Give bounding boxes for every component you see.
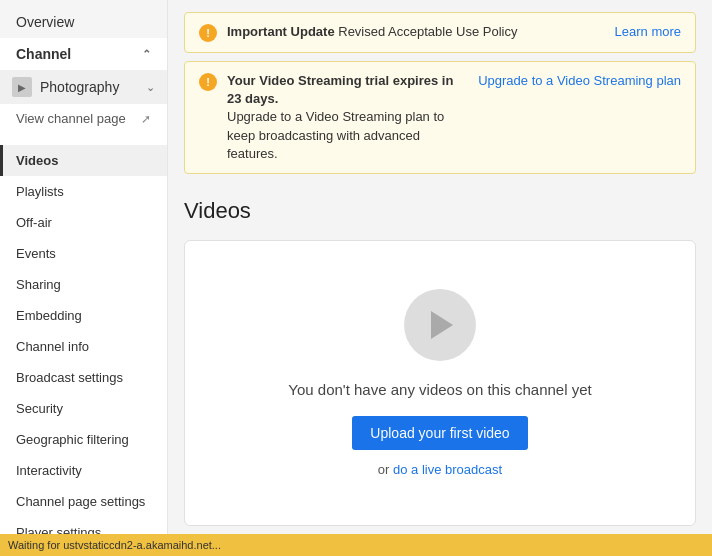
sidebar-item-playlists[interactable]: Playlists — [0, 176, 167, 207]
channel-name: Photography — [40, 79, 119, 95]
banner-1-content: Important Update Revised Acceptable Use … — [227, 23, 593, 41]
video-placeholder-icon — [404, 289, 476, 361]
sidebar-item-player-settings[interactable]: Player settings — [0, 517, 167, 534]
sidebar-item-events[interactable]: Events — [0, 238, 167, 269]
status-text: Waiting for ustvstaticcdn2-a.akamaihd.ne… — [8, 539, 221, 551]
warning-icon-2: ! — [199, 73, 217, 91]
chevron-up-icon: ⌃ — [142, 48, 151, 61]
sidebar-item-broadcast-settings[interactable]: Broadcast settings — [0, 362, 167, 393]
learn-more-link[interactable]: Learn more — [615, 24, 681, 39]
sidebar: Overview Channel ⌃ ▶ Photography ⌄ View … — [0, 0, 168, 534]
external-link-icon: ➚ — [141, 112, 151, 126]
play-icon — [431, 311, 453, 339]
banner-2-bold: Your Video Streaming trial expires in 23… — [227, 73, 453, 106]
videos-section: Videos You don't have any videos on this… — [168, 182, 712, 534]
warning-icon-1: ! — [199, 24, 217, 42]
sidebar-item-sharing[interactable]: Sharing — [0, 269, 167, 300]
live-broadcast-link[interactable]: do a live broadcast — [393, 462, 502, 477]
view-channel-link[interactable]: View channel page ➚ — [0, 104, 167, 133]
sidebar-item-overview[interactable]: Overview — [0, 0, 167, 38]
sidebar-channel-section: Channel ⌃ — [0, 38, 167, 70]
sidebar-item-channel-info[interactable]: Channel info — [0, 331, 167, 362]
sidebar-item-videos[interactable]: Videos — [0, 145, 167, 176]
main-content: ! Important Update Revised Acceptable Us… — [168, 0, 712, 534]
banners-container: ! Important Update Revised Acceptable Us… — [168, 0, 712, 182]
important-update-banner: ! Important Update Revised Acceptable Us… — [184, 12, 696, 53]
sidebar-channel-label: Channel — [16, 46, 71, 62]
upgrade-link[interactable]: Upgrade to a Video Streaming plan — [478, 73, 681, 88]
banner-1-bold: Important Update — [227, 24, 335, 39]
banner-1-text: Revised Acceptable Use Policy — [335, 24, 518, 39]
sidebar-item-geographic-filtering[interactable]: Geographic filtering — [0, 424, 167, 455]
sidebar-item-security[interactable]: Security — [0, 393, 167, 424]
view-channel-label: View channel page — [16, 111, 126, 126]
or-text: or — [378, 462, 393, 477]
sidebar-item-off-air[interactable]: Off-air — [0, 207, 167, 238]
chevron-down-icon: ⌄ — [146, 81, 155, 94]
sidebar-item-channel-page-settings[interactable]: Channel page settings — [0, 486, 167, 517]
trial-expiry-banner: ! Your Video Streaming trial expires in … — [184, 61, 696, 174]
channel-item-left: ▶ Photography — [12, 77, 119, 97]
status-bar: Waiting for ustvstaticcdn2-a.akamaihd.ne… — [0, 534, 712, 556]
banner-2-content: Your Video Streaming trial expires in 23… — [227, 72, 456, 163]
upload-first-video-button[interactable]: Upload your first video — [352, 416, 527, 450]
banner-2-text: Upgrade to a Video Streaming plan to kee… — [227, 109, 444, 160]
sidebar-item-embedding[interactable]: Embedding — [0, 300, 167, 331]
sidebar-item-interactivity[interactable]: Interactivity — [0, 455, 167, 486]
empty-state-text: You don't have any videos on this channe… — [288, 381, 591, 398]
empty-state-card: You don't have any videos on this channe… — [184, 240, 696, 526]
channel-thumbnail-icon: ▶ — [12, 77, 32, 97]
sidebar-channel-selector[interactable]: ▶ Photography ⌄ — [0, 70, 167, 104]
page-title: Videos — [184, 198, 696, 224]
or-live-text: or do a live broadcast — [378, 462, 502, 477]
